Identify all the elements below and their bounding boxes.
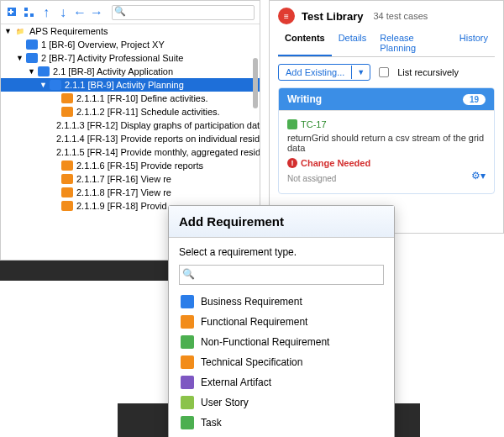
type-search-input[interactable] xyxy=(179,265,384,285)
gear-icon[interactable]: ⚙▾ xyxy=(471,170,486,182)
type-label: Business Requirement xyxy=(201,296,302,308)
tree-node[interactable]: 2.1.1.7 [FR-16] View re xyxy=(1,172,260,186)
arrow-up-icon[interactable]: ↑ xyxy=(39,6,53,19)
tree-label: APS Requirements xyxy=(29,26,108,36)
fr-icon xyxy=(181,315,194,329)
tree-label: 2.1 [BR-8] Activity Application xyxy=(53,66,173,76)
list-recursively-label: List recursively xyxy=(397,67,459,77)
tree-node[interactable]: 2.1.1.3 [FR-12] Display graphs of partic… xyxy=(1,118,260,132)
type-task[interactable]: Task xyxy=(179,413,384,433)
tab-details[interactable]: Details xyxy=(332,29,374,56)
tree-label: 2 [BR-7] Activity Professional Suite xyxy=(41,53,183,63)
panel-header: ≡ Test Library 34 test cases xyxy=(278,8,495,24)
add-existing-button[interactable]: Add Existing... ▼ xyxy=(278,64,370,81)
tree-node[interactable]: 1 [BR-6] Overview, Project XY xyxy=(1,38,260,51)
tree-label: 2.1.1.2 [FR-11] Schedule activities. xyxy=(76,107,220,117)
type-business-requirement[interactable]: Business Requirement xyxy=(179,292,384,312)
type-label: Technical Specification xyxy=(201,356,302,368)
ts-icon xyxy=(181,355,194,369)
add-existing-label: Add Existing... xyxy=(279,65,351,80)
tree-node[interactable]: 2.1.1.2 [FR-11] Schedule activities. xyxy=(1,105,260,118)
type-search: 🔍 xyxy=(179,265,384,285)
status-row: ! Change Needed xyxy=(287,158,486,168)
tree-label: 2.1.1.8 [FR-17] View re xyxy=(76,187,171,197)
br-icon xyxy=(50,80,61,90)
svg-rect-3 xyxy=(24,8,28,11)
arrow-down-icon[interactable]: ↓ xyxy=(56,6,70,19)
tab-bar: Contents Details Release Planning Histor… xyxy=(278,29,495,57)
section-title: Writing xyxy=(287,93,322,105)
tree-label: 1 [BR-6] Overview, Project XY xyxy=(41,39,165,50)
tab-release[interactable]: Release Planning xyxy=(373,29,452,56)
add-requirement-dialog: Add Requirement Select a requirement typ… xyxy=(168,205,395,437)
fr-icon xyxy=(61,161,73,171)
br-icon xyxy=(26,39,38,50)
tree-node[interactable]: 2.1.1.5 [FR-14] Provide monthly, aggrega… xyxy=(1,145,260,159)
br-icon xyxy=(181,295,194,308)
chevron-down-icon[interactable]: ▼ xyxy=(351,66,370,79)
tree-node-selected[interactable]: ▼2.1.1 [BR-9] Activity Planning xyxy=(1,78,260,92)
arrow-left-icon[interactable]: ← xyxy=(73,6,87,19)
type-functional-requirement[interactable]: Functional Requirement xyxy=(179,312,384,332)
search-icon: 🔍 xyxy=(182,268,195,280)
type-label: Task xyxy=(201,417,222,429)
tree-search-input[interactable] xyxy=(112,5,255,20)
fr-icon xyxy=(61,93,73,103)
tree-label: 2.1.1.1 [FR-10] Define activities. xyxy=(76,93,208,103)
type-technical-specification[interactable]: Technical Specification xyxy=(179,352,384,372)
type-user-story[interactable]: User Story xyxy=(179,392,384,413)
tree-label: 2.1.1.9 [FR-18] Provid xyxy=(76,201,167,211)
type-non-functional-requirement[interactable]: Non-Functional Requirement xyxy=(179,332,384,352)
svg-rect-2 xyxy=(8,11,13,13)
tree-label: 2.1.1.7 [FR-16] View re xyxy=(76,174,171,184)
writing-section: Writing 19 TC-17 returnGrid should retur… xyxy=(278,87,495,194)
tk-icon xyxy=(181,416,194,429)
tree-icon[interactable] xyxy=(23,6,36,19)
dialog-prompt: Select a requirement type. xyxy=(179,246,384,258)
test-case-title: returnGrid should return a csv stream of… xyxy=(287,133,486,153)
tree-node[interactable]: ▼2.1 [BR-8] Activity Application xyxy=(1,65,260,78)
type-label: Non-Functional Requirement xyxy=(201,336,329,348)
controls-row: Add Existing... ▼ List recursively xyxy=(278,64,495,81)
requirement-type-list: Business Requirement Functional Requirem… xyxy=(179,292,384,433)
library-icon: ≡ xyxy=(278,8,295,24)
test-case-icon xyxy=(287,119,297,129)
section-count-badge: 19 xyxy=(463,94,486,105)
arrow-right-icon[interactable]: → xyxy=(90,6,103,19)
folder-icon: 📁 xyxy=(14,26,26,36)
fr-icon xyxy=(61,187,73,197)
ea-icon xyxy=(181,376,194,389)
us-icon xyxy=(181,396,194,409)
test-case-card[interactable]: TC-17 returnGrid should return a csv str… xyxy=(279,110,494,193)
tree-label: 2.1.1.5 [FR-14] Provide monthly, aggrega… xyxy=(56,147,260,157)
test-case-id: TC-17 xyxy=(301,119,327,129)
scrollbar-thumb[interactable] xyxy=(253,58,258,108)
add-icon[interactable] xyxy=(6,6,19,19)
tree-node[interactable]: 2.1.1.4 [FR-13] Provide reports on indiv… xyxy=(1,132,260,145)
tree-node[interactable]: 2.1.1.8 [FR-17] View re xyxy=(1,186,260,199)
tab-history[interactable]: History xyxy=(453,29,495,56)
panel-title: Test Library xyxy=(302,10,363,23)
tree-label: 2.1.1 [BR-9] Activity Planning xyxy=(65,80,184,90)
section-header[interactable]: Writing 19 xyxy=(279,88,494,110)
svg-rect-4 xyxy=(24,13,28,17)
nfr-icon xyxy=(181,335,194,349)
tree-node[interactable]: 2.1.1.6 [FR-15] Provide reports xyxy=(1,159,260,172)
tree-node[interactable]: 2.1.1.1 [FR-10] Define activities. xyxy=(1,92,260,105)
tree-node[interactable]: ▼2 [BR-7] Activity Professional Suite xyxy=(1,51,260,65)
panel-subtitle: 34 test cases xyxy=(373,11,428,21)
tree-root[interactable]: ▼📁APS Requirements xyxy=(1,24,260,38)
alert-icon: ! xyxy=(287,158,297,168)
type-label: External Artifact xyxy=(201,376,271,388)
list-recursively-checkbox[interactable] xyxy=(379,67,389,77)
test-library-panel: ≡ Test Library 34 test cases Contents De… xyxy=(269,0,504,234)
type-label: Functional Requirement xyxy=(201,316,307,328)
tree-search: 🔍 xyxy=(112,4,255,20)
type-external-artifact[interactable]: External Artifact xyxy=(179,372,384,392)
test-case-id-row: TC-17 xyxy=(287,119,486,129)
fr-icon xyxy=(61,107,73,117)
tab-contents[interactable]: Contents xyxy=(278,29,332,56)
type-label: User Story xyxy=(201,397,249,408)
br-icon xyxy=(38,66,50,76)
search-icon: 🔍 xyxy=(114,6,126,17)
